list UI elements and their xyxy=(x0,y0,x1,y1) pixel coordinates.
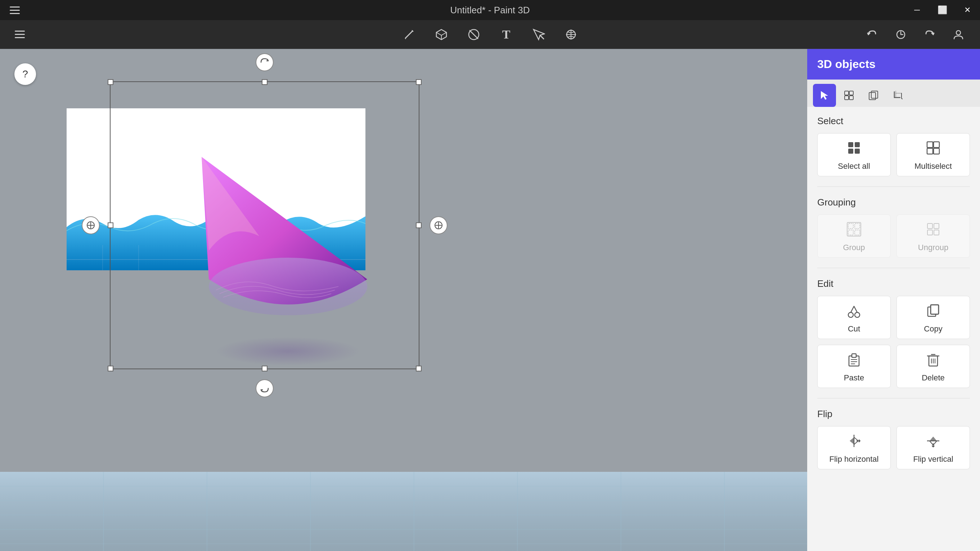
svg-rect-31 xyxy=(845,91,849,95)
redo-button[interactable] xyxy=(919,24,940,45)
history-button[interactable] xyxy=(890,24,912,45)
handle-bottom-left[interactable] xyxy=(108,366,113,372)
handle-top-right[interactable] xyxy=(416,79,422,85)
side-handle-right[interactable] xyxy=(430,216,447,234)
svg-rect-49 xyxy=(847,222,861,236)
svg-point-54 xyxy=(848,313,853,318)
toolbar: T xyxy=(0,20,980,49)
toolbar-center: T xyxy=(398,24,582,45)
erase-tool-button[interactable] xyxy=(463,24,485,45)
svg-rect-50 xyxy=(928,224,932,229)
flip-horizontal-button[interactable]: Flip horizontal xyxy=(817,426,891,469)
svg-rect-37 xyxy=(848,142,853,147)
grouping-section-title: Grouping xyxy=(817,197,970,208)
svg-rect-38 xyxy=(855,142,860,147)
handle-top-left[interactable] xyxy=(108,79,113,85)
copy-label: Copy xyxy=(924,324,942,333)
help-button[interactable]: ? xyxy=(14,64,36,85)
svg-rect-57 xyxy=(931,305,939,314)
undo-button[interactable] xyxy=(861,24,883,45)
toolbar-left xyxy=(11,25,29,44)
select-section: Select Select all xyxy=(807,107,980,185)
svg-rect-43 xyxy=(927,148,933,154)
delete-icon xyxy=(926,353,940,370)
svg-rect-32 xyxy=(849,91,853,95)
multiselect-icon xyxy=(926,141,940,158)
svg-rect-44 xyxy=(934,148,939,154)
svg-rect-51 xyxy=(934,224,939,229)
minimize-button[interactable]: ─ xyxy=(904,0,930,20)
3d-shapes-tool-button[interactable] xyxy=(431,24,452,45)
grouping-buttons: Group Ungroup xyxy=(817,214,970,258)
select-all-button[interactable]: Select all xyxy=(817,133,891,176)
svg-point-24 xyxy=(209,258,367,315)
edit-section-title: Edit xyxy=(817,278,970,289)
svg-rect-34 xyxy=(849,96,853,100)
edit-section: Edit Cut xyxy=(807,270,980,397)
group-icon xyxy=(847,222,861,239)
delete-button[interactable]: Delete xyxy=(896,345,970,388)
main-area: ? xyxy=(0,49,980,551)
svg-point-23 xyxy=(216,337,360,366)
canvas-area[interactable]: ? xyxy=(0,49,807,551)
group-label: Group xyxy=(843,243,865,252)
handle-mid-right[interactable] xyxy=(416,222,422,228)
paste-label: Paste xyxy=(844,373,864,383)
divider-2 xyxy=(817,268,970,268)
effects-tool-button[interactable] xyxy=(560,24,582,45)
edit-buttons: Cut Copy xyxy=(817,296,970,388)
maximize-button[interactable]: ⬜ xyxy=(930,0,955,20)
cut-icon xyxy=(847,303,861,321)
brushes-tool-button[interactable] xyxy=(398,24,420,45)
flip-section: Flip Flip horizontal xyxy=(807,400,980,478)
panel-title: 3D objects xyxy=(817,57,876,71)
flip-horizontal-label: Flip horizontal xyxy=(829,454,879,464)
divider-3 xyxy=(817,398,970,399)
svg-rect-48 xyxy=(855,230,860,235)
cut-button[interactable]: Cut xyxy=(817,296,891,339)
tab-multiselect[interactable] xyxy=(837,84,861,107)
group-button[interactable]: Group xyxy=(817,214,891,258)
select-section-title: Select xyxy=(817,116,970,127)
tab-copy-object[interactable] xyxy=(862,84,885,107)
flip-vertical-label: Flip vertical xyxy=(913,454,953,464)
ungroup-label: Ungroup xyxy=(918,243,948,252)
svg-point-55 xyxy=(855,313,860,318)
handle-bottom-right[interactable] xyxy=(416,366,422,372)
tab-crop[interactable] xyxy=(886,84,910,107)
svg-rect-10 xyxy=(0,472,807,551)
tab-select[interactable] xyxy=(813,84,836,107)
rotate-handle-bottom[interactable] xyxy=(256,380,274,397)
copy-button[interactable]: Copy xyxy=(896,296,970,339)
toolbar-right xyxy=(861,24,969,45)
select-all-icon xyxy=(847,141,861,158)
flip-vertical-button[interactable]: Flip vertical xyxy=(896,426,970,469)
ungroup-button[interactable]: Ungroup xyxy=(896,214,970,258)
multiselect-button[interactable]: Multiselect xyxy=(896,133,970,176)
handle-top-center[interactable] xyxy=(262,79,267,85)
ungroup-icon xyxy=(926,222,940,239)
text-tool-button[interactable]: T xyxy=(495,24,517,45)
flip-horizontal-icon xyxy=(847,433,861,451)
select-buttons: Select all Multiselect xyxy=(817,133,970,176)
window-title: Untitled* - Paint 3D xyxy=(450,5,530,16)
grid-floor-bg xyxy=(0,472,807,551)
paste-button[interactable]: Paste xyxy=(817,345,891,388)
svg-rect-45 xyxy=(848,224,853,229)
multiselect-label: Multiselect xyxy=(915,162,952,171)
flip-buttons: Flip horizontal Flip vertical xyxy=(817,426,970,469)
close-button[interactable]: ✕ xyxy=(955,0,980,20)
svg-rect-40 xyxy=(855,149,860,154)
hamburger-menu-titlebar[interactable] xyxy=(6,1,24,19)
svg-rect-39 xyxy=(848,149,853,154)
hamburger-menu[interactable] xyxy=(11,25,29,44)
flip-vertical-icon xyxy=(926,433,940,451)
profile-button[interactable] xyxy=(948,24,969,45)
delete-label: Delete xyxy=(922,373,945,383)
svg-rect-47 xyxy=(848,230,853,235)
rotate-handle-top[interactable] xyxy=(256,53,274,71)
select-tool-button[interactable] xyxy=(528,24,549,45)
select-all-label: Select all xyxy=(838,162,870,171)
copy-icon xyxy=(926,303,940,321)
window-controls: ─ ⬜ ✕ xyxy=(904,0,980,20)
